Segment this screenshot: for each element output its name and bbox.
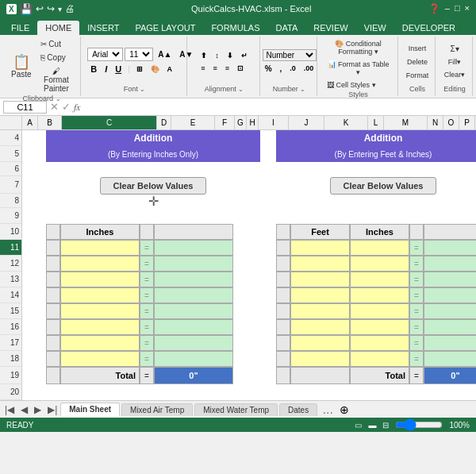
right-inches-16[interactable] xyxy=(350,319,409,335)
col-header-b[interactable]: B xyxy=(38,116,62,129)
cut-button[interactable]: ✂ Cut xyxy=(37,38,76,50)
copy-button[interactable]: ⎘ Copy xyxy=(37,52,76,64)
delete-cells-button[interactable]: Delete xyxy=(403,56,432,67)
row-num-9[interactable]: 9 xyxy=(0,208,21,224)
row-num-8[interactable]: 8 xyxy=(0,194,21,208)
right-feet-15[interactable] xyxy=(290,303,350,319)
left-inches-cell-16[interactable] xyxy=(60,319,140,335)
minimize-btn[interactable]: – xyxy=(445,3,450,14)
row-num-16[interactable]: 16 xyxy=(0,319,21,335)
clear-button[interactable]: Clear▾ xyxy=(441,69,469,80)
wrap-text-button[interactable]: ↵ xyxy=(238,50,251,61)
align-bottom-button[interactable]: ⬇ xyxy=(224,50,236,61)
right-inches-18[interactable] xyxy=(350,351,409,367)
row-num-12[interactable]: 12 xyxy=(0,256,21,272)
align-right-button[interactable]: ≡ xyxy=(222,63,232,74)
fill-color-button[interactable]: 🎨 xyxy=(148,64,163,75)
right-inches-17[interactable] xyxy=(350,335,409,351)
percent-button[interactable]: % xyxy=(262,63,275,75)
col-header-i[interactable]: I xyxy=(259,116,289,129)
left-inches-cell-13[interactable] xyxy=(60,272,140,287)
format-painter-button[interactable]: 🖌 Format Painter xyxy=(37,65,76,94)
comma-button[interactable]: , xyxy=(277,63,286,75)
fill-button[interactable]: Fill▾ xyxy=(445,56,465,67)
align-top-button[interactable]: ⬆ xyxy=(198,50,210,61)
border-button[interactable]: ⊞ xyxy=(133,64,146,75)
quick-access-undo[interactable]: ↩ xyxy=(36,3,44,14)
conditional-formatting-button[interactable]: 🎨 Conditional Formatting ▾ xyxy=(324,38,393,57)
sheet-tab-mixed-water[interactable]: Mixed Water Temp xyxy=(194,403,278,416)
col-header-k[interactable]: K xyxy=(324,116,368,129)
tab-review[interactable]: REVIEW xyxy=(305,21,355,35)
tab-view[interactable]: VIEW xyxy=(356,21,394,35)
left-result-14[interactable] xyxy=(154,287,233,303)
tab-nav-next[interactable]: ▶ xyxy=(31,404,44,415)
increase-font-button[interactable]: A▲ xyxy=(155,48,175,60)
tab-data[interactable]: DATA xyxy=(268,21,306,35)
underline-button[interactable]: U xyxy=(112,63,125,75)
bold-button[interactable]: B xyxy=(87,63,100,75)
right-feet-13[interactable] xyxy=(290,272,350,287)
left-inches-cell-18[interactable] xyxy=(60,351,140,367)
tab-nav-prev[interactable]: ◀ xyxy=(17,404,31,415)
restore-btn[interactable]: □ xyxy=(455,3,460,14)
tab-developer[interactable]: DEVELOPER xyxy=(394,21,463,35)
add-sheet-button[interactable]: … xyxy=(319,403,336,416)
format-cells-button[interactable]: Format xyxy=(403,70,432,81)
row-num-7[interactable]: 7 xyxy=(0,176,21,194)
right-feet-12[interactable] xyxy=(290,256,350,272)
right-feet-16[interactable] xyxy=(290,319,350,335)
row-num-17[interactable]: 17 xyxy=(0,335,21,351)
right-result-14[interactable] xyxy=(424,287,476,303)
align-left-button[interactable]: ≡ xyxy=(198,63,208,74)
col-header-h[interactable]: H xyxy=(247,116,259,129)
col-header-c[interactable]: C xyxy=(62,116,157,129)
right-result-16[interactable] xyxy=(424,319,476,335)
row-num-6[interactable]: 6 xyxy=(0,162,21,176)
sheet-tab-dates[interactable]: Dates xyxy=(279,403,317,416)
font-color-button[interactable]: A xyxy=(164,64,176,75)
col-header-o[interactable]: O xyxy=(443,116,459,129)
right-result-17[interactable] xyxy=(424,335,476,351)
right-inches-14[interactable] xyxy=(350,287,409,303)
tab-insert[interactable]: INSERT xyxy=(79,21,127,35)
left-result-11[interactable] xyxy=(154,240,233,256)
left-inches-cell-15[interactable] xyxy=(60,303,140,319)
tab-file[interactable]: FILE xyxy=(3,21,37,35)
cell-styles-button[interactable]: 🖼 Cell Styles ▾ xyxy=(324,79,393,91)
left-inches-cell-11[interactable] xyxy=(60,240,140,256)
tab-nav-last[interactable]: ▶| xyxy=(44,404,60,415)
quick-access-more[interactable]: ▾ xyxy=(58,5,62,13)
right-result-11[interactable] xyxy=(424,240,476,256)
right-inches-15[interactable] xyxy=(350,303,409,319)
quick-access-redo[interactable]: ↪ xyxy=(47,3,55,14)
left-result-15[interactable] xyxy=(154,303,233,319)
col-header-n[interactable]: N xyxy=(428,116,443,129)
row-num-10[interactable]: 10 xyxy=(0,224,21,240)
right-inches-12[interactable] xyxy=(350,256,409,272)
font-family-select[interactable]: Arial xyxy=(87,48,123,61)
row-num-5[interactable]: 5 xyxy=(0,146,21,162)
row-num-18[interactable]: 18 xyxy=(0,351,21,367)
view-normal-icon[interactable]: ▭ xyxy=(355,421,362,430)
left-inches-cell-12[interactable] xyxy=(60,256,140,272)
left-result-17[interactable] xyxy=(154,335,233,351)
decrease-decimal-button[interactable]: .00 xyxy=(301,63,317,74)
view-page-break-icon[interactable]: ⊟ xyxy=(382,421,389,430)
tab-formulas[interactable]: FORMULAS xyxy=(203,21,267,35)
cell-reference-input[interactable]: C11 xyxy=(3,101,47,114)
col-header-l[interactable]: L xyxy=(368,116,384,129)
insert-cells-button[interactable]: Insert xyxy=(403,43,432,54)
close-btn[interactable]: × xyxy=(465,3,470,14)
right-result-18[interactable] xyxy=(424,351,476,367)
sheet-tab-mixed-air[interactable]: Mixed Air Temp xyxy=(121,403,193,416)
right-feet-11[interactable] xyxy=(290,240,350,256)
formula-input[interactable] xyxy=(83,102,473,112)
col-header-e[interactable]: E xyxy=(171,116,215,129)
right-result-13[interactable] xyxy=(424,272,476,287)
align-center-button[interactable]: ≡ xyxy=(210,63,221,74)
right-inches-11[interactable] xyxy=(350,240,409,256)
left-result-13[interactable] xyxy=(154,272,233,287)
right-clear-button[interactable]: Clear Below Values xyxy=(330,177,437,195)
col-header-f[interactable]: F xyxy=(215,116,235,129)
